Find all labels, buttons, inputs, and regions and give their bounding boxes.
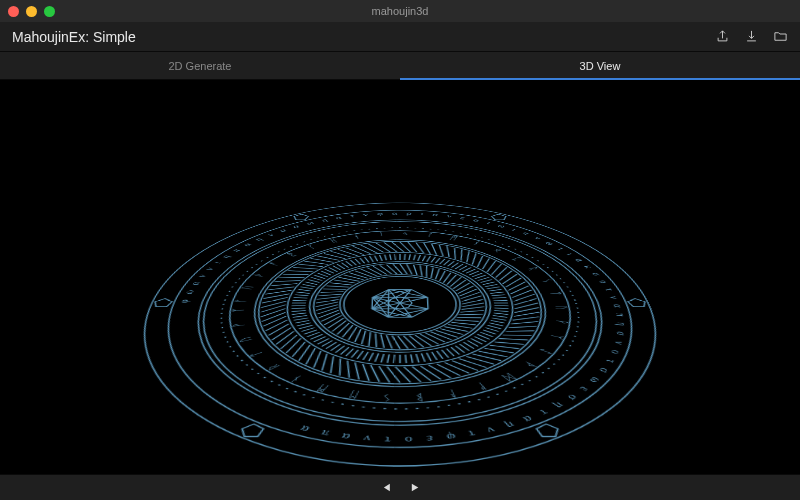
folder-icon[interactable]: [773, 29, 788, 44]
svg-line-256: [337, 323, 349, 335]
svg-line-295: [455, 283, 471, 291]
svg-line-296: [457, 286, 475, 294]
svg-line-249: [380, 334, 384, 347]
svg-line-110: [494, 310, 508, 311]
svg-line-261: [319, 310, 339, 318]
titlebar: mahoujin3d: [0, 0, 800, 22]
svg-line-31: [412, 367, 431, 381]
svg-line-271: [330, 283, 353, 285]
svg-line-286: [420, 265, 422, 275]
svg-line-161: [294, 318, 308, 320]
svg-line-145: [351, 350, 358, 358]
svg-line-290: [439, 271, 446, 281]
svg-line-69: [304, 261, 329, 264]
svg-line-99: [501, 274, 519, 284]
svg-line-139: [387, 354, 389, 363]
svg-line-242: [420, 334, 438, 344]
svg-line-240: [431, 332, 452, 340]
svg-line-54: [262, 312, 286, 321]
svg-line-101: [507, 282, 528, 291]
svg-line-80: [384, 243, 397, 252]
tabbar: 2D Generate 3D View: [0, 52, 800, 80]
svg-line-253: [355, 329, 361, 342]
svg-line-277: [360, 269, 377, 276]
svg-line-12: [513, 312, 540, 316]
svg-line-136: [405, 355, 406, 364]
svg-line-220: [485, 284, 498, 286]
svg-line-91: [465, 251, 470, 262]
download-icon[interactable]: [744, 29, 759, 44]
svg-line-231: [460, 310, 484, 312]
svg-line-192: [374, 256, 378, 262]
svg-line-266: [317, 297, 340, 300]
svg-line-134: [416, 354, 419, 362]
svg-line-225: [492, 297, 506, 298]
svg-line-74: [337, 249, 358, 255]
viewport-3d[interactable]: φ ω α ν ν ι η π α η ν α σ ω η α τ ν φ α …: [0, 80, 800, 474]
tab-label: 3D View: [580, 60, 621, 72]
svg-line-41: [331, 356, 334, 373]
svg-line-27: [445, 362, 470, 373]
rewind-icon[interactable]: [379, 481, 392, 494]
svg-line-294: [452, 280, 467, 289]
svg-line-159: [297, 323, 311, 326]
svg-line-56: [261, 305, 286, 312]
page-title: MahoujinEx: Simple: [12, 29, 136, 45]
play-icon[interactable]: [408, 481, 421, 494]
svg-line-146: [346, 349, 354, 356]
svg-line-132: [427, 353, 431, 361]
svg-line-223: [490, 292, 504, 293]
svg-line-259: [324, 315, 341, 324]
svg-line-87: [439, 245, 443, 256]
svg-line-165: [291, 308, 305, 309]
svg-line-217: [477, 277, 489, 280]
close-window-button[interactable]: [8, 6, 19, 17]
svg-point-301: [336, 275, 463, 335]
window-title: mahoujin3d: [372, 5, 429, 17]
svg-line-202: [422, 256, 426, 262]
svg-line-160: [295, 320, 309, 323]
svg-line-298: [460, 292, 480, 298]
svg-line-113: [492, 318, 506, 320]
svg-line-44: [306, 348, 315, 364]
svg-line-38: [354, 362, 360, 379]
svg-line-169: [294, 297, 308, 298]
svg-point-1: [111, 210, 689, 447]
minimize-window-button[interactable]: [26, 6, 37, 17]
svg-line-234: [454, 320, 478, 321]
svg-line-289: [435, 269, 440, 279]
svg-line-178: [314, 275, 326, 278]
svg-line-128: [446, 349, 454, 356]
tab-label: 2D Generate: [169, 60, 232, 72]
zoom-window-button[interactable]: [44, 6, 55, 17]
svg-line-100: [504, 278, 524, 287]
svg-line-62: [271, 284, 297, 286]
svg-line-47: [286, 338, 301, 352]
svg-line-111: [494, 313, 508, 315]
svg-line-268: [321, 292, 344, 293]
svg-line-42: [322, 354, 327, 371]
svg-line-270: [326, 286, 349, 287]
svg-line-13: [512, 317, 540, 320]
svg-line-18: [499, 339, 528, 340]
svg-line-19: [495, 342, 524, 344]
share-icon[interactable]: [715, 29, 730, 44]
svg-line-194: [384, 255, 386, 261]
svg-line-288: [431, 268, 434, 278]
svg-line-16: [506, 331, 535, 332]
svg-line-26: [452, 361, 478, 371]
svg-line-174: [302, 284, 315, 286]
svg-line-75: [345, 248, 365, 255]
svg-line-116: [487, 325, 501, 328]
tab-3d-view[interactable]: 3D View: [400, 52, 800, 79]
svg-line-89: [454, 248, 456, 259]
svg-line-248: [386, 335, 392, 348]
svg-line-64: [279, 277, 305, 278]
svg-line-250: [375, 333, 377, 347]
svg-line-195: [390, 254, 391, 260]
svg-line-191: [369, 256, 373, 262]
svg-line-260: [321, 313, 340, 322]
tab-2d-generate[interactable]: 2D Generate: [0, 52, 400, 79]
svg-line-93: [476, 256, 485, 267]
svg-line-40: [339, 359, 342, 376]
